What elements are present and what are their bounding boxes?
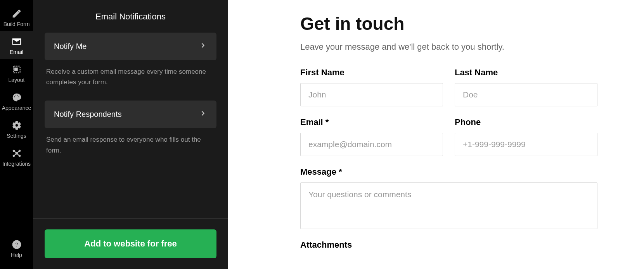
option-title: Notify Respondents xyxy=(54,110,122,119)
field-email: Email * xyxy=(300,117,443,156)
option-desc: Send an email response to everyone who f… xyxy=(45,128,216,168)
rail-layout[interactable]: Layout xyxy=(0,59,33,87)
label-message: Message * xyxy=(300,167,597,177)
input-email[interactable] xyxy=(300,133,443,156)
rail-label: Help xyxy=(11,252,22,258)
rail-label: Layout xyxy=(8,77,24,83)
help-icon: ? xyxy=(12,239,22,250)
row-name: First Name Last Name xyxy=(300,68,597,106)
label-phone: Phone xyxy=(455,117,597,127)
label-email: Email * xyxy=(300,117,443,127)
svg-text:?: ? xyxy=(15,241,18,248)
option-notify-respondents[interactable]: Notify Respondents xyxy=(45,101,216,128)
input-last-name[interactable] xyxy=(455,83,597,106)
input-phone[interactable] xyxy=(455,133,597,156)
row-attachments: Attachments xyxy=(300,240,597,255)
gear-icon xyxy=(12,120,22,130)
form-title: Get in touch xyxy=(300,13,597,34)
chevron-right-icon xyxy=(199,109,207,120)
field-first-name: First Name xyxy=(300,68,443,106)
row-contact: Email * Phone xyxy=(300,117,597,156)
svg-rect-1 xyxy=(14,68,17,71)
field-attachments: Attachments xyxy=(300,240,597,255)
rail-label: Settings xyxy=(7,133,26,139)
palette-icon xyxy=(12,92,22,102)
rail-appearance[interactable]: Appearance xyxy=(0,87,33,115)
label-first-name: First Name xyxy=(300,68,443,78)
panel-title: Email Notifications xyxy=(33,0,228,33)
nav-rail: Build Form Email Layout Appearance Setti… xyxy=(0,0,33,269)
settings-panel: Email Notifications Notify Me Receive a … xyxy=(33,0,228,269)
integrations-icon xyxy=(12,148,22,158)
form-subtitle: Leave your message and we'll get back to… xyxy=(300,42,597,52)
label-last-name: Last Name xyxy=(455,68,597,78)
envelope-icon xyxy=(12,36,22,47)
input-message[interactable] xyxy=(300,182,597,229)
field-message: Message * xyxy=(300,167,597,229)
rail-email[interactable]: Email xyxy=(0,31,33,59)
panel-footer: Add to website for free xyxy=(33,218,228,269)
form-preview: Get in touch Leave your message and we'l… xyxy=(228,0,644,269)
rail-label: Build Form xyxy=(3,21,30,27)
pencil-icon xyxy=(12,9,22,19)
option-desc: Receive a custom email message every tim… xyxy=(45,60,216,101)
label-attachments: Attachments xyxy=(300,240,597,250)
rail-label: Email xyxy=(10,49,23,55)
option-notify-me[interactable]: Notify Me xyxy=(45,33,216,60)
panel-body: Notify Me Receive a custom email message… xyxy=(33,33,228,218)
row-message: Message * xyxy=(300,167,597,229)
rail-label: Appearance xyxy=(2,105,31,111)
rail-settings[interactable]: Settings xyxy=(0,115,33,143)
add-to-website-button[interactable]: Add to website for free xyxy=(45,229,216,258)
rail-integrations[interactable]: Integrations xyxy=(0,143,33,171)
rail-help[interactable]: ? Help xyxy=(0,234,33,262)
layout-icon xyxy=(12,64,22,75)
field-last-name: Last Name xyxy=(455,68,597,106)
rail-build-form[interactable]: Build Form xyxy=(0,3,33,31)
option-title: Notify Me xyxy=(54,42,87,51)
chevron-right-icon xyxy=(199,41,207,52)
field-phone: Phone xyxy=(455,117,597,156)
input-first-name[interactable] xyxy=(300,83,443,106)
rail-label: Integrations xyxy=(2,161,31,167)
